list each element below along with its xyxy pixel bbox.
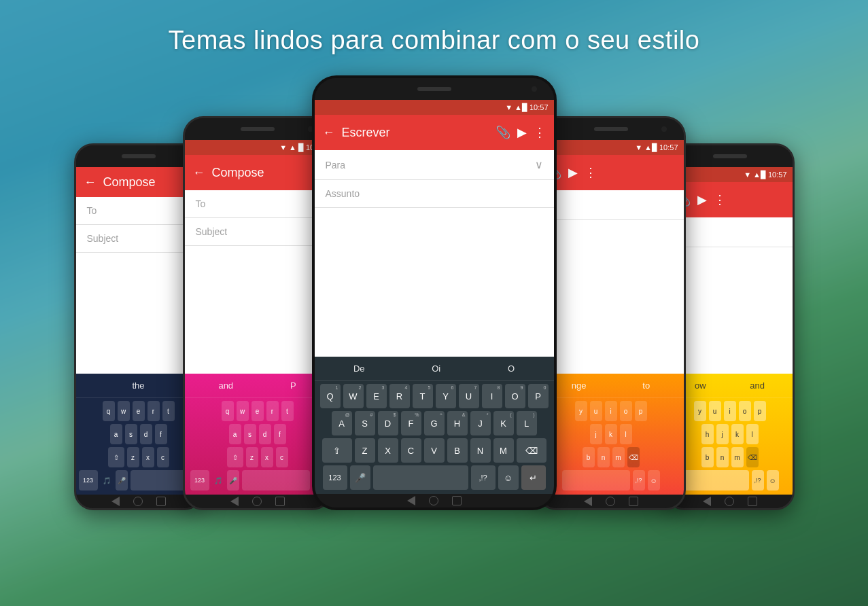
- key-o-r2[interactable]: o: [739, 401, 751, 421]
- key-i-r2[interactable]: i: [724, 401, 736, 421]
- key-t-l2[interactable]: t: [162, 401, 175, 421]
- key-c-l1[interactable]: c: [276, 447, 288, 467]
- key-s-l2[interactable]: s: [125, 424, 137, 444]
- key-Q[interactable]: Q1: [320, 384, 341, 408]
- key-space-r2[interactable]: [681, 470, 749, 491]
- send-icon-r2[interactable]: ▶: [697, 192, 707, 207]
- nav-back-c[interactable]: [407, 496, 415, 505]
- key-mic-l1[interactable]: 🎤: [227, 470, 239, 491]
- key-k-r1[interactable]: k: [605, 424, 617, 444]
- attach-icon-c[interactable]: 📎: [496, 125, 510, 140]
- to-field-l1[interactable]: To: [185, 190, 330, 218]
- nav-home-r1[interactable]: [606, 497, 615, 506]
- nav-recent-r1[interactable]: [629, 497, 638, 506]
- key-l-r1[interactable]: l: [620, 424, 632, 444]
- key-O[interactable]: O9: [505, 384, 525, 408]
- key-b-r2[interactable]: b: [701, 447, 714, 467]
- key-emoji-c[interactable]: ☺: [498, 465, 519, 490]
- suggestion-r2-1[interactable]: ow: [695, 380, 706, 391]
- to-field-r1[interactable]: ∨: [538, 190, 684, 220]
- key-swift-l2[interactable]: 🎵: [101, 470, 113, 491]
- key-punctuation-c[interactable]: ,!?: [471, 465, 496, 490]
- key-mic-l2[interactable]: 🎤: [116, 470, 128, 491]
- key-punc-r1[interactable]: ,!?: [633, 470, 645, 491]
- subject-field-c[interactable]: Assunto: [315, 180, 554, 208]
- key-w-l2[interactable]: w: [118, 401, 130, 421]
- key-y-r2[interactable]: y: [694, 401, 706, 421]
- key-w-l1[interactable]: w: [237, 401, 249, 421]
- key-L[interactable]: L): [517, 411, 537, 435]
- key-F[interactable]: F%: [401, 411, 421, 435]
- key-x-l1[interactable]: x: [261, 447, 273, 467]
- key-space-c[interactable]: [373, 465, 468, 490]
- key-Z[interactable]: Z: [355, 438, 375, 463]
- key-G[interactable]: G^: [424, 411, 445, 435]
- to-field-l2[interactable]: To: [76, 197, 201, 225]
- key-W[interactable]: W2: [343, 384, 364, 408]
- key-E[interactable]: E3: [366, 384, 387, 408]
- nav-recent-r2[interactable]: [748, 497, 757, 506]
- key-Y[interactable]: Y6: [436, 384, 456, 408]
- body-r2[interactable]: [667, 247, 793, 374]
- key-z-l1[interactable]: z: [246, 447, 258, 467]
- key-emoji-r2[interactable]: ☺: [767, 470, 779, 491]
- key-enter-c[interactable]: ↵: [521, 465, 546, 490]
- key-f-l1[interactable]: f: [274, 424, 286, 444]
- more-icon-r2[interactable]: ⋮: [714, 192, 726, 207]
- subject-field-l2[interactable]: Subject: [76, 225, 201, 253]
- body-l1[interactable]: [185, 246, 330, 374]
- suggestion-l1-2[interactable]: P: [290, 380, 296, 391]
- key-N[interactable]: N: [470, 438, 491, 463]
- key-n-r1[interactable]: n: [597, 447, 610, 467]
- key-m-r2[interactable]: m: [731, 447, 744, 467]
- key-a-l2[interactable]: a: [110, 424, 122, 444]
- suggestion-l2-1[interactable]: the: [132, 380, 144, 391]
- key-u-r2[interactable]: u: [709, 401, 721, 421]
- key-backspace[interactable]: ⌫: [517, 438, 546, 463]
- key-q-l2[interactable]: q: [103, 401, 115, 421]
- key-o-r1[interactable]: o: [620, 401, 632, 421]
- key-I[interactable]: I8: [482, 384, 502, 408]
- key-n-r2[interactable]: n: [716, 447, 729, 467]
- to-field-r2[interactable]: ∨: [667, 217, 793, 247]
- body-c[interactable]: [315, 208, 554, 357]
- key-p-r2[interactable]: p: [754, 401, 766, 421]
- suggestion-l1-1[interactable]: and: [218, 380, 233, 391]
- key-d-l2[interactable]: d: [140, 424, 152, 444]
- back-icon-l2[interactable]: ←: [84, 175, 97, 190]
- nav-back-l1[interactable]: [230, 497, 239, 506]
- suggestion-r1-2[interactable]: to: [642, 380, 650, 391]
- key-swift-l1[interactable]: 🎵: [212, 470, 224, 491]
- key-p-r1[interactable]: p: [635, 401, 647, 421]
- send-icon-r1[interactable]: ▶: [568, 165, 578, 180]
- key-space-l1[interactable]: [242, 470, 310, 491]
- suggestion-c-3[interactable]: O: [508, 363, 515, 374]
- key-M[interactable]: M: [493, 438, 514, 463]
- more-icon-c[interactable]: ⋮: [534, 125, 546, 140]
- suggestion-r1-1[interactable]: nge: [572, 380, 587, 391]
- nav-back-r2[interactable]: [703, 497, 711, 506]
- key-x-l2[interactable]: x: [142, 447, 154, 467]
- key-X[interactable]: X: [378, 438, 398, 463]
- key-J[interactable]: J*: [470, 411, 491, 435]
- key-V[interactable]: V: [424, 438, 445, 463]
- key-j-r2[interactable]: j: [716, 424, 729, 444]
- key-C[interactable]: C: [401, 438, 421, 463]
- key-e-l2[interactable]: e: [133, 401, 145, 421]
- nav-home-l1[interactable]: [252, 497, 262, 506]
- send-icon-c[interactable]: ▶: [517, 125, 527, 140]
- key-P[interactable]: P0: [528, 384, 549, 408]
- key-q-l1[interactable]: q: [222, 401, 234, 421]
- key-d-l1[interactable]: d: [259, 424, 271, 444]
- key-s-l1[interactable]: s: [244, 424, 256, 444]
- key-c-l2[interactable]: c: [157, 447, 169, 467]
- back-icon-c[interactable]: ←: [323, 126, 335, 140]
- key-K[interactable]: K(: [493, 411, 514, 435]
- key-U[interactable]: U7: [459, 384, 479, 408]
- key-m-r1[interactable]: m: [612, 447, 625, 467]
- nav-home-c[interactable]: [429, 496, 438, 505]
- suggestion-r2-2[interactable]: and: [750, 380, 765, 391]
- key-shift-l2[interactable]: ⇧: [108, 447, 124, 467]
- key-b-r1[interactable]: b: [583, 447, 595, 467]
- subject-field-l1[interactable]: Subject: [185, 218, 330, 246]
